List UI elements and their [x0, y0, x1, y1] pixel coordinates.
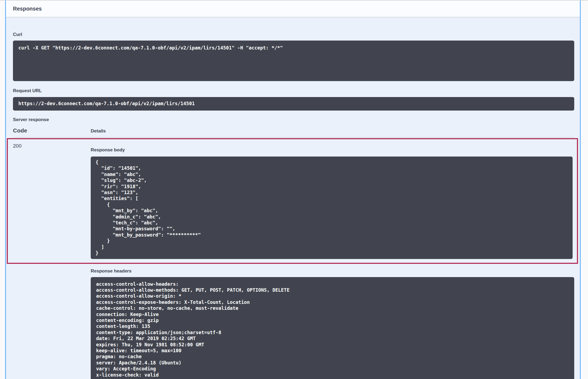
response-headers-label: Response headers: [91, 268, 574, 274]
response-headers-block: access-control-allow-headers: access-con…: [91, 277, 574, 379]
responses-section-header: Responses: [6, 1, 580, 17]
details-column-header: Details: [91, 128, 106, 134]
curl-command-block[interactable]: curl -X GET "https://2-dev.6connect.com/…: [13, 41, 574, 81]
response-table-header: Code Details: [13, 127, 574, 138]
operation-block-get: Responses Curl curl -X GET "https://2-de…: [5, 1, 581, 379]
response-body-label: Response body: [91, 147, 574, 153]
response-status-code: 200: [13, 143, 91, 149]
current-response-row: 200 Response body { "id": "14501", "name…: [7, 138, 578, 264]
curl-label: Curl: [13, 32, 574, 37]
response-body-json: { "id": "14501", "name": "abc", "slug": …: [91, 157, 573, 259]
response-details: Response body { "id": "14501", "name": "…: [91, 143, 574, 259]
swagger-responses-screen: Responses Curl curl -X GET "https://2-de…: [0, 0, 588, 379]
responses-title: Responses: [13, 6, 42, 12]
responses-body: Curl curl -X GET "https://2-dev.6connect…: [6, 17, 580, 379]
server-response-label: Server response: [13, 117, 574, 122]
code-column-header: Code: [13, 127, 91, 134]
request-url-value: https://2-dev.6connect.com/qa-7.1.0-obf/…: [13, 97, 574, 111]
request-url-label: Request URL: [13, 88, 574, 94]
